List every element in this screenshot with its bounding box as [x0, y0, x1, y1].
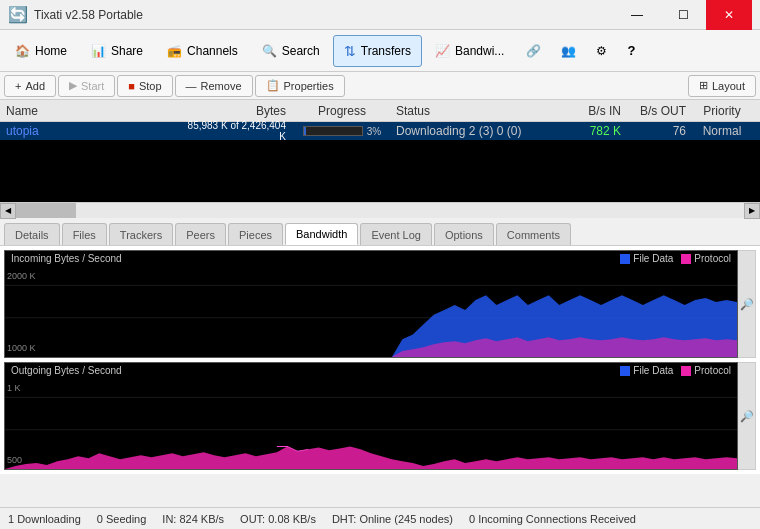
incoming-scrollbar-icon: 🔎	[740, 298, 754, 311]
tab-files[interactable]: Files	[62, 223, 107, 245]
outgoing-legend: File Data Protocol	[620, 365, 731, 376]
row-bytes: 85,983 K of 2,426,404 K	[182, 120, 292, 142]
add-label: Add	[25, 80, 45, 92]
nav-share[interactable]: 📊 Share	[80, 35, 154, 67]
tab-pieces[interactable]: Pieces	[228, 223, 283, 245]
settings-icon: ⚙	[596, 44, 607, 58]
status-downloading: 1 Downloading	[8, 513, 81, 525]
col-bsout-header[interactable]: B/s OUT	[627, 104, 692, 118]
outgoing-chart-svg	[5, 363, 737, 469]
outgoing-scrollbar-icon: 🔎	[740, 410, 754, 423]
outgoing-chart-scrollbar[interactable]: 🔎	[738, 362, 756, 470]
tab-options[interactable]: Options	[434, 223, 494, 245]
incoming-file-data-legend: File Data	[620, 253, 673, 264]
tab-comments[interactable]: Comments	[496, 223, 571, 245]
status-dht: DHT: Online (245 nodes)	[332, 513, 453, 525]
actionbar: + Add ▶ Start ■ Stop — Remove 📋 Properti…	[0, 72, 760, 100]
status-connections: 0 Incoming Connections Received	[469, 513, 636, 525]
svg-marker-6	[5, 446, 737, 469]
incoming-chart-scrollbar[interactable]: 🔎	[738, 250, 756, 358]
start-label: Start	[81, 80, 104, 92]
nav-home[interactable]: 🏠 Home	[4, 35, 78, 67]
table-row[interactable]: utopia 85,983 K of 2,426,404 K 3% Downlo…	[0, 122, 760, 140]
incoming-chart-row: Incoming Bytes / Second File Data Protoc…	[4, 250, 756, 358]
search-icon: 🔍	[262, 44, 277, 58]
properties-label: Properties	[284, 80, 334, 92]
navbar: 🏠 Home 📊 Share 📻 Channels 🔍 Search ⇅ Tra…	[0, 30, 760, 72]
close-button[interactable]: ✕	[706, 0, 752, 30]
tab-peers[interactable]: Peers	[175, 223, 226, 245]
nav-channels-label: Channels	[187, 44, 238, 58]
row-name: utopia	[2, 124, 182, 138]
nav-help[interactable]: ?	[618, 35, 644, 67]
tab-details[interactable]: Details	[4, 223, 60, 245]
col-bytes-header[interactable]: Bytes	[182, 104, 292, 118]
outgoing-y-mid: 500	[7, 455, 22, 465]
incoming-chart: Incoming Bytes / Second File Data Protoc…	[4, 250, 738, 358]
scroll-left-arrow[interactable]: ◀	[0, 203, 16, 219]
bandwidth-icon: 📈	[435, 44, 450, 58]
help-icon: ?	[627, 43, 635, 58]
connections-icon: 🔗	[526, 44, 541, 58]
scroll-track[interactable]	[16, 203, 744, 218]
stop-icon: ■	[128, 80, 135, 92]
stop-button[interactable]: ■ Stop	[117, 75, 172, 97]
nav-settings[interactable]: ⚙	[587, 35, 616, 67]
progress-bar-inner	[304, 127, 306, 135]
tab-trackers[interactable]: Trackers	[109, 223, 173, 245]
outgoing-y-top: 1 K	[7, 383, 22, 393]
status-seeding: 0 Seeding	[97, 513, 147, 525]
row-bsout: 76	[627, 124, 692, 138]
outgoing-protocol-label: Protocol	[694, 365, 731, 376]
nav-connections[interactable]: 🔗	[517, 35, 550, 67]
col-status-header[interactable]: Status	[392, 104, 562, 118]
scroll-right-arrow[interactable]: ▶	[744, 203, 760, 219]
incoming-y-top: 2000 K	[7, 271, 36, 281]
nav-bandwidth[interactable]: 📈 Bandwi...	[424, 35, 515, 67]
nav-search[interactable]: 🔍 Search	[251, 35, 331, 67]
nav-share-label: Share	[111, 44, 143, 58]
properties-button[interactable]: 📋 Properties	[255, 75, 345, 97]
tab-eventlog[interactable]: Event Log	[360, 223, 432, 245]
status-out-speed: OUT: 0.08 KB/s	[240, 513, 316, 525]
outgoing-chart: Outgoing Bytes / Second File Data Protoc…	[4, 362, 738, 470]
file-data-label: File Data	[633, 253, 673, 264]
col-progress-header[interactable]: Progress	[292, 104, 392, 118]
tab-bar: Details Files Trackers Peers Pieces Band…	[0, 218, 760, 246]
nav-users[interactable]: 👥	[552, 35, 585, 67]
col-name-header[interactable]: Name	[2, 104, 182, 118]
start-icon: ▶	[69, 79, 77, 92]
outgoing-chart-header: Outgoing Bytes / Second File Data Protoc…	[5, 363, 737, 378]
layout-label: Layout	[712, 80, 745, 92]
col-priority-header[interactable]: Priority	[692, 104, 752, 118]
outgoing-chart-title: Outgoing Bytes / Second	[11, 365, 122, 376]
outgoing-protocol-color	[681, 366, 691, 376]
nav-home-label: Home	[35, 44, 67, 58]
outgoing-protocol-legend: Protocol	[681, 365, 731, 376]
stop-label: Stop	[139, 80, 162, 92]
minimize-button[interactable]: —	[614, 0, 660, 30]
start-button[interactable]: ▶ Start	[58, 75, 115, 97]
transfer-header: Name Bytes Progress Status B/s IN B/s OU…	[0, 100, 760, 122]
horizontal-scrollbar[interactable]: ◀ ▶	[0, 202, 760, 218]
outgoing-file-data-label: File Data	[633, 365, 673, 376]
app-icon: 🔄	[8, 5, 28, 24]
outgoing-file-data-color	[620, 366, 630, 376]
file-data-color	[620, 254, 630, 264]
scroll-thumb[interactable]	[16, 203, 76, 218]
tab-bandwidth[interactable]: Bandwidth	[285, 223, 358, 245]
remove-icon: —	[186, 80, 197, 92]
maximize-button[interactable]: ☐	[660, 0, 706, 30]
nav-transfers-label: Transfers	[361, 44, 411, 58]
remove-button[interactable]: — Remove	[175, 75, 253, 97]
layout-button[interactable]: ⊞ Layout	[688, 75, 756, 97]
row-bsin: 782 K	[562, 124, 627, 138]
row-progress: 3%	[292, 126, 392, 137]
status-in-speed: IN: 824 KB/s	[162, 513, 224, 525]
col-bsin-header[interactable]: B/s IN	[562, 104, 627, 118]
nav-transfers[interactable]: ⇅ Transfers	[333, 35, 422, 67]
add-button[interactable]: + Add	[4, 75, 56, 97]
nav-channels[interactable]: 📻 Channels	[156, 35, 249, 67]
row-status: Downloading 2 (3) 0 (0)	[392, 124, 562, 138]
incoming-chart-header: Incoming Bytes / Second File Data Protoc…	[5, 251, 737, 266]
